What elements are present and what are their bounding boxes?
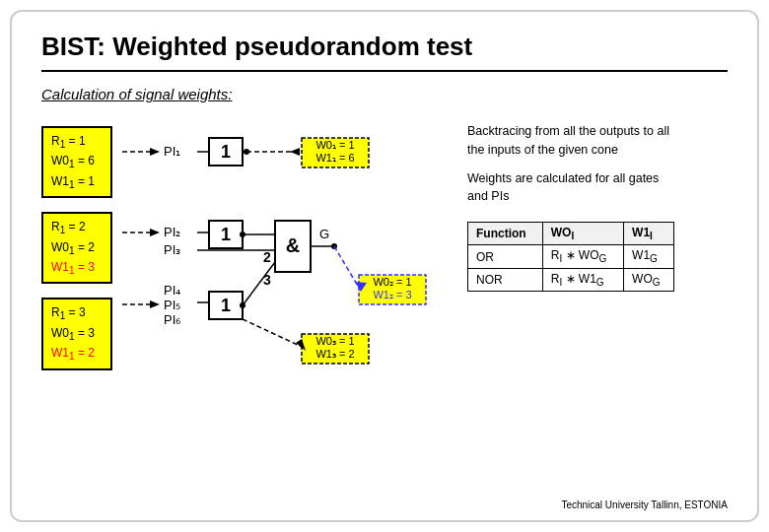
r1-label: R1 = 1 [51,132,103,152]
w12-label: W11 = 3 [51,258,103,278]
svg-text:PI₆: PI₆ [164,312,180,327]
svg-text:W1₃ = 2: W1₃ = 2 [315,348,354,360]
func-or: OR [468,245,543,268]
w11-label: W11 = 1 [51,172,103,192]
svg-marker-5 [150,300,160,308]
svg-text:W1₁ = 6: W1₁ = 6 [315,152,354,164]
footnote-text: Technical University Tallinn, ESTONIA [561,499,728,510]
svg-line-47 [243,319,302,347]
nor-woi: RI ∗ W1G [542,268,623,291]
r3-label: R1 = 3 [51,303,103,323]
func-nor: NOR [468,268,543,291]
svg-line-42 [334,246,359,288]
svg-text:PI₁: PI₁ [164,144,180,159]
svg-text:W1₂ = 3: W1₂ = 3 [373,289,411,300]
nor-w1i: WOG [624,268,674,291]
input-box-3: R1 = 3 W01 = 3 W11 = 2 [41,298,112,369]
footnote: Technical University Tallinn, ESTONIA [561,499,728,510]
input-boxes: R1 = 1 W01 = 6 W11 = 1 R1 = 2 W01 = 2 W1… [41,126,112,370]
svg-text:PI₄: PI₄ [164,283,180,298]
col-woi: WOI [542,223,623,245]
main-content: R1 = 1 W01 = 6 W11 = 1 R1 = 2 W01 = 2 W1… [41,122,728,378]
table-row-nor: NOR RI ∗ W1G WOG [468,268,674,291]
svg-text:1: 1 [221,225,231,244]
col-function: Function [468,223,543,245]
svg-text:W0₂ = 1: W0₂ = 1 [373,276,411,288]
r2-label: R1 = 2 [51,218,103,237]
weights-text: Weights are calculated for all gates and… [467,169,674,207]
function-table: Function WOI W1I OR RI ∗ WOG W1G NOR RI … [467,222,674,292]
svg-marker-3 [150,229,160,236]
w02-label: W01 = 2 [51,238,103,258]
table-row-or: OR RI ∗ WOG W1G [468,245,674,268]
right-side: Backtracing from all the outputs to all … [467,122,674,292]
svg-text:W0₃ = 1: W0₃ = 1 [315,335,354,347]
svg-text:PI₅: PI₅ [164,298,180,312]
or-woi: RI ∗ WOG [542,245,623,268]
or-w1i: W1G [624,245,674,268]
w01-label: W01 = 6 [51,152,103,171]
slide: BIST: Weighted pseudorandom test Calcula… [10,10,759,522]
diagram-svg: PI₁ PI₂ PI₃ PI₄ PI₅ PI₆ 1 [122,122,457,378]
svg-text:1: 1 [221,296,231,315]
slide-subtitle: Calculation of signal weights: [41,86,728,102]
svg-text:3: 3 [263,272,271,288]
svg-point-29 [240,232,245,237]
divider [41,70,728,72]
description-text: Backtracing from all the outputs to all … [467,122,674,160]
svg-text:&: & [286,234,300,256]
circuit-diagram: PI₁ PI₂ PI₃ PI₄ PI₅ PI₆ 1 [122,122,457,378]
w03-label: W01 = 3 [51,324,103,344]
svg-text:G: G [319,227,329,241]
svg-text:PI₃: PI₃ [164,242,180,257]
svg-text:W0₁ = 1: W0₁ = 1 [315,139,354,151]
svg-point-38 [240,302,245,308]
w13-label: W11 = 2 [51,344,103,364]
svg-text:1: 1 [221,142,231,162]
input-box-1: R1 = 1 W01 = 6 W11 = 1 [41,126,112,198]
svg-marker-16 [290,148,300,156]
svg-text:2: 2 [263,249,271,265]
svg-text:PI₂: PI₂ [164,225,180,239]
slide-title: BIST: Weighted pseudorandom test [41,32,728,62]
input-box-2: R1 = 2 W01 = 2 W11 = 3 [41,212,112,284]
svg-marker-1 [150,148,160,156]
col-w1i: W1I [624,223,674,245]
